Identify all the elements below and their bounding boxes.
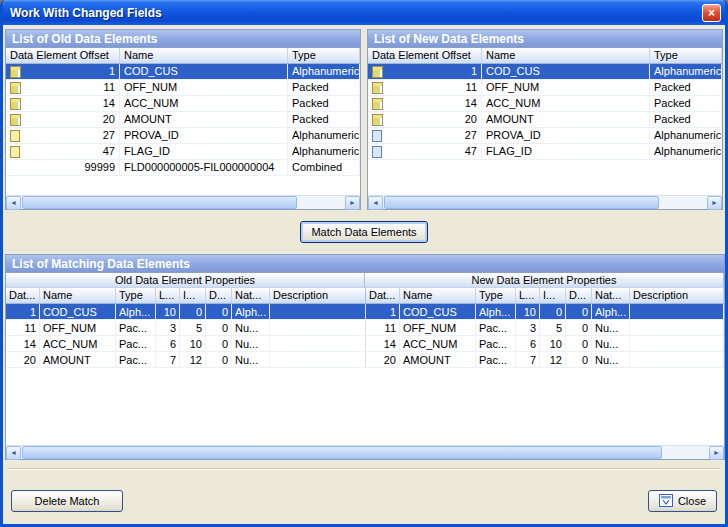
column-header-int: I... [180, 288, 206, 303]
nat-cell: Nu... [232, 336, 270, 351]
name-cell: FLAG_ID [482, 144, 650, 159]
window-close-button[interactable]: × [702, 4, 721, 22]
scroll-right-button[interactable]: ► [709, 446, 724, 460]
scrollbar-track[interactable] [21, 196, 345, 209]
offset-value: 11 [104, 80, 115, 95]
dec-cell: 0 [206, 320, 232, 335]
column-header-dec: D... [566, 288, 592, 303]
table-row[interactable]: 20 AMOUNT Packed [368, 112, 722, 128]
type-cell: Pac... [116, 352, 156, 367]
len-cell: 10 [516, 304, 540, 319]
match-data-elements-button[interactable]: Match Data Elements [300, 221, 427, 243]
table-row[interactable]: 27 PROVA_ID Alphanumeric [6, 128, 360, 144]
column-header-type: Type [288, 48, 360, 63]
scroll-right-icon: ► [349, 199, 356, 206]
matching-grid: Old Data Element Properties New Data Ele… [5, 272, 725, 460]
offset-cell: 11 [6, 80, 120, 95]
column-header-dat: Dat... [366, 288, 400, 303]
scrollbar-thumb[interactable] [22, 196, 297, 209]
dec-cell: 0 [206, 336, 232, 351]
type-cell: Alphanumeric [288, 144, 360, 159]
table-row[interactable]: 47 FLAG_ID Alphanumeric [368, 144, 722, 160]
len-cell: 6 [516, 336, 540, 351]
delete-match-button[interactable]: Delete Match [11, 490, 123, 512]
data-item-icon [372, 130, 382, 142]
type-cell: Alphanumeric [650, 144, 722, 159]
offset-value: 1 [471, 64, 477, 79]
scrollbar-thumb[interactable] [384, 196, 659, 209]
scroll-right-button[interactable]: ► [707, 196, 722, 210]
nat-cell: Alph... [592, 304, 630, 319]
top-panels-row: List of Old Data Elements Data Element O… [5, 29, 723, 210]
offset-value: 47 [103, 144, 115, 159]
nat-cell: Nu... [592, 320, 630, 335]
scrollbar-track[interactable] [21, 446, 709, 459]
scroll-left-icon: ◄ [10, 199, 17, 206]
table-row[interactable]: 1 COD_CUS Alphanumeric [6, 64, 360, 80]
table-row[interactable]: 14 ACC_NUM Packed [368, 96, 722, 112]
dat-cell: 14 [366, 336, 400, 351]
offset-value: 1 [109, 64, 115, 79]
offset-cell: 11 [368, 80, 482, 95]
nat-cell: Alph... [232, 304, 270, 319]
dec-cell: 0 [206, 352, 232, 367]
dat-cell: 11 [366, 320, 400, 335]
offset-cell: 14 [368, 96, 482, 111]
column-header-description: Description [270, 288, 366, 303]
dec-cell: 0 [566, 336, 592, 351]
scroll-left-button[interactable]: ◄ [368, 196, 383, 210]
table-row[interactable]: 11 OFF_NUM Packed [368, 80, 722, 96]
horizontal-scrollbar[interactable]: ◄ ► [368, 195, 722, 209]
column-header-offset: Data Element Offset [368, 48, 482, 63]
close-button[interactable]: Close [648, 490, 717, 512]
new-grid-header: Data Element Offset Name Type [368, 48, 722, 64]
scrollbar-thumb[interactable] [22, 446, 662, 459]
match-row[interactable]: 11 OFF_NUM Pac... 3 5 0 Nu... 11 OFF_NUM… [6, 320, 724, 336]
match-row[interactable]: 20 AMOUNT Pac... 7 12 0 Nu... 20 AMOUNT … [6, 352, 724, 368]
type-cell: Pac... [476, 352, 516, 367]
table-row[interactable]: 99999 FLD000000005-FIL000000004 Combined [6, 160, 360, 176]
scroll-right-button[interactable]: ► [345, 196, 360, 210]
horizontal-scrollbar[interactable]: ◄ ► [6, 195, 360, 209]
match-button-row: Match Data Elements [5, 210, 723, 254]
offset-cell: 27 [368, 128, 482, 143]
column-header-offset: Data Element Offset [6, 48, 120, 63]
len-cell: 7 [516, 352, 540, 367]
table-row[interactable]: 47 FLAG_ID Alphanumeric [6, 144, 360, 160]
type-cell: Packed [288, 96, 360, 111]
scroll-left-button[interactable]: ◄ [6, 446, 21, 460]
old-grid-body: 1 COD_CUS Alphanumeric 11 OFF_NUM Packed… [6, 64, 360, 195]
scroll-left-button[interactable]: ◄ [6, 196, 21, 210]
new-grid-body: 1 COD_CUS Alphanumeric 11 OFF_NUM Packed… [368, 64, 722, 195]
scroll-left-icon: ◄ [10, 449, 17, 456]
table-row[interactable]: 14 ACC_NUM Packed [6, 96, 360, 112]
name-cell: AMOUNT [120, 112, 288, 127]
table-row[interactable]: 20 AMOUNT Packed [6, 112, 360, 128]
nat-cell: Nu... [592, 352, 630, 367]
offset-value: 27 [465, 128, 477, 143]
table-row[interactable]: 11 OFF_NUM Packed [6, 80, 360, 96]
description-cell [270, 336, 366, 351]
name-cell: AMOUNT [482, 112, 650, 127]
column-header-nat: Nat... [592, 288, 630, 303]
name-cell: AMOUNT [40, 352, 116, 367]
len-cell: 3 [156, 320, 180, 335]
new-properties-group-header: New Data Element Properties [365, 273, 724, 287]
name-cell: ACC_NUM [482, 96, 650, 111]
offset-value: 14 [465, 96, 477, 111]
description-cell [630, 320, 724, 335]
data-item-icon [372, 146, 382, 158]
match-row[interactable]: 1 COD_CUS Alph... 10 0 0 Alph... 1 COD_C… [6, 304, 724, 320]
table-row[interactable]: 1 COD_CUS Alphanumeric [368, 64, 722, 80]
match-row[interactable]: 14 ACC_NUM Pac... 6 10 0 Nu... 14 ACC_NU… [6, 336, 724, 352]
offset-cell: 99999 [6, 160, 120, 175]
type-cell: Pac... [476, 336, 516, 351]
offset-cell: 27 [6, 128, 120, 143]
horizontal-scrollbar[interactable]: ◄ ► [6, 445, 724, 459]
scrollbar-track[interactable] [383, 196, 707, 209]
offset-cell: 47 [368, 144, 482, 159]
offset-value: 14 [103, 96, 115, 111]
table-row[interactable]: 27 PROVA_ID Alphanumeric [368, 128, 722, 144]
name-cell: OFF_NUM [120, 80, 288, 95]
offset-value: 20 [465, 112, 477, 127]
